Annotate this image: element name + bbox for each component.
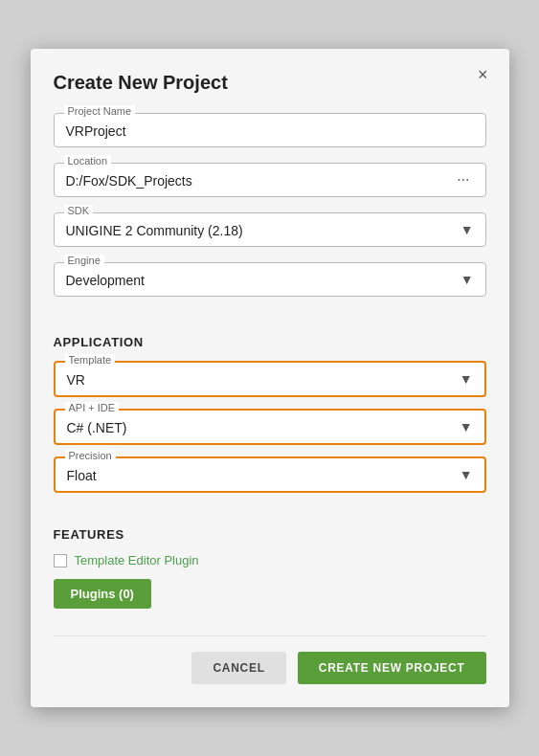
template-editor-plugin-label: Template Editor Plugin — [75, 553, 199, 567]
template-value: VR — [67, 370, 85, 388]
dialog-footer: CANCEL CREATE NEW PROJECT — [54, 635, 486, 684]
precision-value: Float — [67, 466, 97, 483]
project-name-label: Project Name — [64, 105, 136, 117]
sdk-value: UNIGINE 2 Community (2.18) — [66, 221, 243, 238]
api-value: C# (.NET) — [67, 418, 127, 435]
create-project-dialog: × Create New Project Project Name VRProj… — [31, 49, 509, 707]
sdk-label: SDK — [64, 205, 94, 216]
engine-value: Development — [66, 271, 146, 288]
engine-label: Engine — [64, 255, 104, 266]
location-label: Location — [64, 155, 112, 167]
precision-field: Precision Float ▼ — [54, 456, 486, 493]
template-dropdown-arrow[interactable]: ▼ — [460, 371, 473, 387]
api-label: API + IDE — [65, 402, 120, 413]
sdk-dropdown-arrow[interactable]: ▼ — [460, 222, 474, 237]
project-name-field: Project Name VRProject — [54, 113, 486, 147]
engine-dropdown-arrow[interactable]: ▼ — [460, 272, 474, 287]
create-new-project-button[interactable]: CREATE NEW PROJECT — [298, 652, 486, 684]
api-dropdown-arrow[interactable]: ▼ — [460, 419, 473, 434]
template-field: Template VR ▼ — [54, 361, 486, 397]
plugins-button[interactable]: Plugins (0) — [54, 579, 151, 609]
template-label: Template — [65, 354, 116, 366]
precision-dropdown-arrow[interactable]: ▼ — [460, 467, 473, 482]
sdk-field: SDK UNIGINE 2 Community (2.18) ▼ — [54, 212, 486, 247]
features-section: FEATURES Template Editor Plugin Plugins … — [54, 527, 486, 609]
location-value: D:/Fox/SDK_Projects — [66, 171, 192, 189]
api-field: API + IDE C# (.NET) ▼ — [54, 409, 486, 445]
template-editor-plugin-checkbox[interactable] — [54, 554, 67, 567]
location-browse-button[interactable]: ··· — [453, 171, 473, 189]
dialog-title: Create New Project — [54, 72, 486, 94]
engine-field: Engine Development ▼ — [54, 262, 486, 297]
project-name-value[interactable]: VRProject — [66, 122, 474, 139]
close-button[interactable]: × — [472, 64, 494, 85]
template-editor-plugin-row: Template Editor Plugin — [54, 553, 486, 567]
cancel-button[interactable]: CANCEL — [191, 652, 285, 684]
features-section-title: FEATURES — [54, 527, 486, 542]
location-field: Location D:/Fox/SDK_Projects ··· — [54, 163, 486, 197]
precision-label: Precision — [65, 450, 116, 461]
application-section-title: APPLICATION — [54, 335, 486, 349]
